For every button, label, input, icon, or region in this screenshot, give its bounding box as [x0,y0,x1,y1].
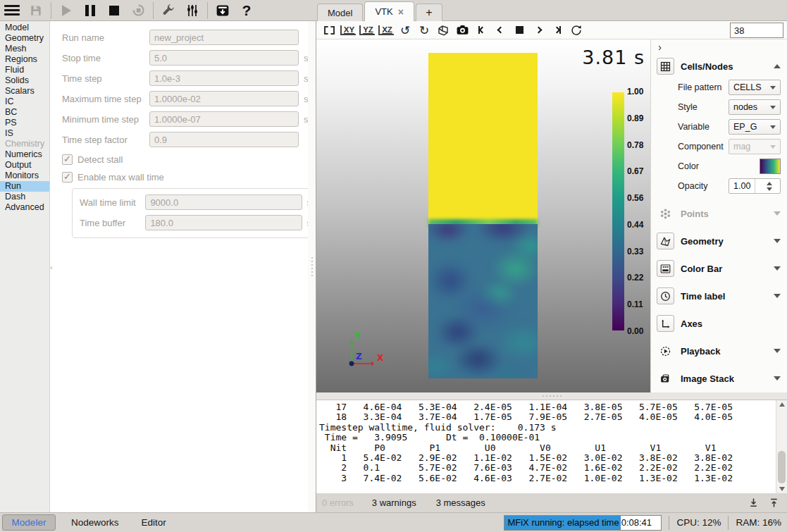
mode-tab-modeler[interactable]: Modeler [2,514,56,531]
panel-splitter-horizontal[interactable] [316,392,787,400]
sidebar-item-fluid[interactable]: Fluid [0,65,49,75]
box-download-icon [216,4,230,18]
last-frame-button[interactable] [549,23,566,38]
next-frame-icon [535,27,542,34]
tab-close-icon[interactable]: × [398,6,404,18]
tab-vtk[interactable]: VTK× [364,1,414,21]
rotate-left-button[interactable]: ↺ [397,23,414,38]
previous-frame-button[interactable] [492,23,509,38]
sidebar-item-monitors[interactable]: Monitors [0,171,49,181]
detect-stall-checkbox[interactable] [62,154,73,165]
sidebar-item-solids[interactable]: Solids [0,75,49,86]
mode-tab-editor[interactable]: Editor [142,517,166,528]
messages-count[interactable]: 3 messages [436,497,485,508]
axes-triad: Y X Z [342,330,387,375]
solver-console[interactable]: 17 4.6E-04 5.3E-04 2.4E-05 1.1E-04 3.8E-… [316,400,787,493]
menu-button[interactable] [0,1,24,20]
sidebar-item-geometry[interactable]: Geometry [0,33,49,44]
stop-time-field[interactable] [149,50,299,66]
nav-collapse-handle[interactable]: ‹ [50,263,53,271]
section-image-stack[interactable]: Image Stack [651,367,787,390]
view-yz-button[interactable]: YZ [359,23,376,38]
time-step-field[interactable] [149,70,299,86]
reset-button[interactable] [126,1,150,20]
spin-up-icon[interactable] [767,182,772,185]
scrollbar-thumb[interactable] [778,451,786,483]
sidebar-item-is[interactable]: IS [0,128,49,139]
max-time-step-field[interactable] [149,91,299,106]
pause-button[interactable] [78,1,102,20]
snapshot-button[interactable] [454,23,471,38]
save-button[interactable] [24,1,48,20]
frame-number-input[interactable] [730,23,783,38]
settings-button[interactable] [180,1,204,20]
sidebar-item-bc[interactable]: BC [0,107,49,118]
scroll-to-top-icon[interactable] [768,497,780,509]
stop-playback-button[interactable] [511,23,528,38]
variable-label: Variable [678,122,709,132]
scroll-up-icon[interactable] [779,402,785,407]
component-label: Component [678,142,724,151]
rotate-ccw-icon: ↺ [400,23,410,37]
tab-model[interactable]: Model [317,4,363,21]
sidebar-item-dash[interactable]: Dash [0,192,49,202]
console-scrollbar[interactable] [776,400,787,493]
next-frame-button[interactable] [530,23,547,38]
rotate-right-button[interactable]: ↻ [416,23,433,38]
reload-frames-button[interactable] [568,23,585,38]
save-icon [29,4,43,18]
clock-icon [659,290,671,302]
section-geometry[interactable]: Geometry [651,230,787,252]
run-name-field[interactable] [149,30,299,45]
expand-arrow-icon [774,376,781,381]
wall-time-limit-field[interactable] [145,194,302,210]
file-pattern-select[interactable]: CELLS [729,80,781,95]
time-step-factor-field[interactable] [149,132,299,147]
sidebar-item-run[interactable]: Run [0,181,49,192]
sidebar-item-scalars[interactable]: Scalars [0,86,49,97]
wall-time-groupbox: Wall time limit s Time buffer s [72,188,318,238]
sidebar-item-numerics[interactable]: Numerics [0,149,49,160]
sidebar-item-ic[interactable]: IC [0,97,49,107]
scroll-down-icon[interactable] [779,487,785,491]
run-button[interactable] [54,1,78,20]
section-cells-nodes[interactable]: Cells/Nodes [651,55,787,78]
fit-view-button[interactable] [321,23,337,38]
section-time-label[interactable]: Time label [651,285,787,307]
section-color-bar[interactable]: Color Bar [651,257,787,280]
stop-button[interactable] [102,1,126,20]
tab-add-button[interactable]: + [416,4,442,21]
scroll-to-bottom-icon[interactable] [748,497,760,509]
export-button[interactable] [211,1,235,20]
first-frame-button[interactable] [473,23,490,38]
sidebar-item-advanced[interactable]: Advanced [0,202,49,213]
warnings-count[interactable]: 3 warnings [372,497,416,508]
sidebar-item-output[interactable]: Output [0,160,49,171]
help-button[interactable]: ? [235,1,259,20]
min-time-step-field[interactable] [149,111,299,127]
style-select[interactable]: nodes [729,99,781,115]
enable-max-wall-time-checkbox[interactable] [62,172,73,183]
view-xz-button[interactable]: XZ [378,23,395,38]
vtk-render-view[interactable]: 3.81 s 1.00 0.89 0.78 0.67 0.56 0.44 0.3… [316,39,650,392]
errors-count[interactable]: 0 errors [322,497,354,508]
mode-tab-nodeworks[interactable]: Nodeworks [71,517,119,528]
color-label: Color [678,161,699,171]
colormap-swatch-button[interactable] [760,159,781,174]
sidebar-item-ps[interactable]: PS [0,118,49,128]
sidebar-item-mesh[interactable]: Mesh [0,44,49,54]
section-axes[interactable]: Axes [651,312,787,335]
build-button[interactable] [156,1,180,20]
variable-select[interactable]: EP_G [729,119,781,135]
sidebar-item-model[interactable]: Model [0,23,49,33]
view-xy-button[interactable]: XY [340,23,357,38]
sidebar-item-regions[interactable]: Regions [0,54,49,65]
panel-splitter-vertical[interactable] [308,21,316,512]
spin-down-icon[interactable] [767,187,772,191]
time-buffer-field[interactable] [145,215,302,230]
section-playback[interactable]: Playback [651,340,787,362]
color-bar-icon [659,263,671,275]
projection-button[interactable] [435,23,452,38]
opacity-spinbox[interactable]: 1.00 [729,178,781,194]
sidebar-collapse-button[interactable]: › [658,41,662,53]
